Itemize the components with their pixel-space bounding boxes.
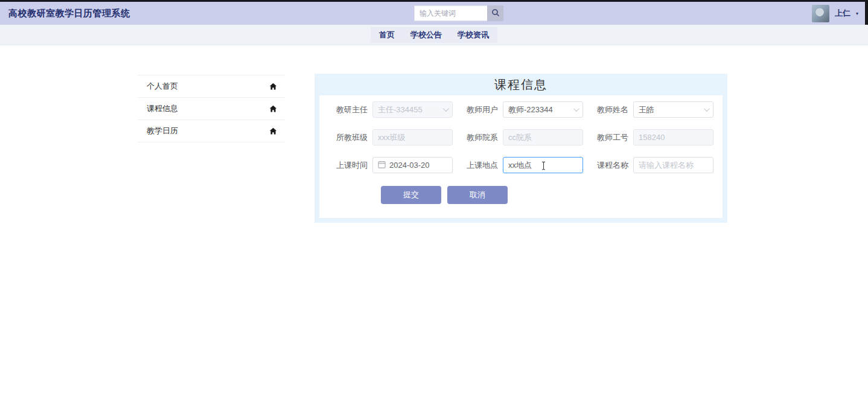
form-actions: 提交 取消 xyxy=(322,186,723,204)
search-icon xyxy=(491,8,500,19)
class-time-date-input[interactable]: 2024-03-20 xyxy=(372,157,453,173)
text-cursor-icon xyxy=(541,161,546,172)
home-icon xyxy=(269,127,278,135)
nav-item-news[interactable]: 学校资讯 xyxy=(458,30,489,40)
teacher-id-input[interactable] xyxy=(633,129,713,145)
search-bar xyxy=(414,5,503,21)
form-row: 教研主任 主任-334455 教师用户 教师-223344 教师姓名 xyxy=(322,101,723,118)
chevron-down-icon xyxy=(573,106,579,112)
field-department: 教师院系 xyxy=(453,129,583,145)
course-form: 教研主任 主任-334455 教师用户 教师-223344 教师姓名 xyxy=(319,95,723,218)
field-label: 教师用户 xyxy=(453,104,498,115)
avatar[interactable] xyxy=(812,5,829,22)
app-header: 高校教研室教学日历管理系统 上仁 ▾ xyxy=(0,2,868,25)
nav-menu: 首页 学校公告 学校资讯 xyxy=(371,27,497,43)
search-input[interactable] xyxy=(414,5,487,21)
field-label: 上课时间 xyxy=(322,160,368,171)
nav-item-home[interactable]: 首页 xyxy=(379,30,395,40)
sidebar-item-teaching-calendar[interactable]: 教学日历 xyxy=(138,120,286,142)
chevron-down-icon: ▾ xyxy=(856,11,858,16)
teacher-name-select[interactable]: 王皓 xyxy=(633,101,713,118)
home-icon xyxy=(269,83,278,91)
field-label: 上课地点 xyxy=(453,160,498,171)
field-teacher-name: 教师姓名 王皓 xyxy=(583,101,713,118)
field-label: 课程名称 xyxy=(583,160,628,171)
field-class-location: 上课地点 xx地点 xyxy=(453,157,583,173)
app-title: 高校教研室教学日历管理系统 xyxy=(8,8,130,19)
field-class: 所教班级 xyxy=(322,129,453,145)
class-location-input[interactable]: xx地点 xyxy=(503,157,583,173)
user-menu[interactable]: 上仁 ▾ xyxy=(812,4,858,23)
course-info-panel: 课程信息 教研主任 主任-334455 教师用户 教师-223344 xyxy=(314,74,727,223)
sidebar-item-label: 个人首页 xyxy=(147,81,178,92)
teacher-user-select[interactable]: 教师-223344 xyxy=(503,101,583,118)
window-right-edge xyxy=(865,0,868,25)
app-window: 高校教研室教学日历管理系统 上仁 ▾ 首页 学校公告 学校资讯 个人首页 xyxy=(0,0,868,396)
field-class-time: 上课时间 2024-03-20 xyxy=(322,157,453,173)
field-label: 教师姓名 xyxy=(583,104,628,115)
sidebar-item-label: 教学日历 xyxy=(147,126,178,136)
field-course-name: 课程名称 xyxy=(583,157,713,173)
field-label: 教师院系 xyxy=(453,132,498,143)
user-name: 上仁 xyxy=(835,8,850,19)
form-row: 上课时间 2024-03-20 上课地点 xx地点 xyxy=(322,157,723,173)
nav-item-announcements[interactable]: 学校公告 xyxy=(410,30,442,40)
submit-button[interactable]: 提交 xyxy=(381,186,441,204)
field-label: 教师工号 xyxy=(583,132,628,143)
field-teacher-user: 教师用户 教师-223344 xyxy=(453,101,583,118)
search-button[interactable] xyxy=(487,5,503,21)
class-input[interactable] xyxy=(372,129,453,145)
calendar-icon xyxy=(378,161,386,170)
director-select[interactable]: 主任-334455 xyxy=(372,101,453,118)
field-label: 教研主任 xyxy=(322,104,368,115)
chevron-down-icon xyxy=(704,106,710,112)
field-label: 所教班级 xyxy=(322,132,368,143)
sidebar-item-course-info[interactable]: 课程信息 xyxy=(138,98,286,120)
department-input[interactable] xyxy=(503,129,583,145)
home-icon xyxy=(269,105,278,113)
cancel-button[interactable]: 取消 xyxy=(447,186,508,204)
course-name-input[interactable] xyxy=(633,157,713,173)
sidebar: 个人首页 课程信息 教学日历 xyxy=(138,75,286,142)
sidebar-item-label: 课程信息 xyxy=(147,103,178,114)
chevron-down-icon xyxy=(443,106,449,112)
field-teacher-id: 教师工号 xyxy=(583,129,713,145)
form-row: 所教班级 教师院系 教师工号 xyxy=(322,129,723,145)
window-top-edge xyxy=(0,0,868,2)
sidebar-item-personal-home[interactable]: 个人首页 xyxy=(138,75,286,98)
nav-bar: 首页 学校公告 学校资讯 xyxy=(0,25,868,45)
field-director: 教研主任 主任-334455 xyxy=(322,101,453,118)
panel-title: 课程信息 xyxy=(319,74,723,95)
